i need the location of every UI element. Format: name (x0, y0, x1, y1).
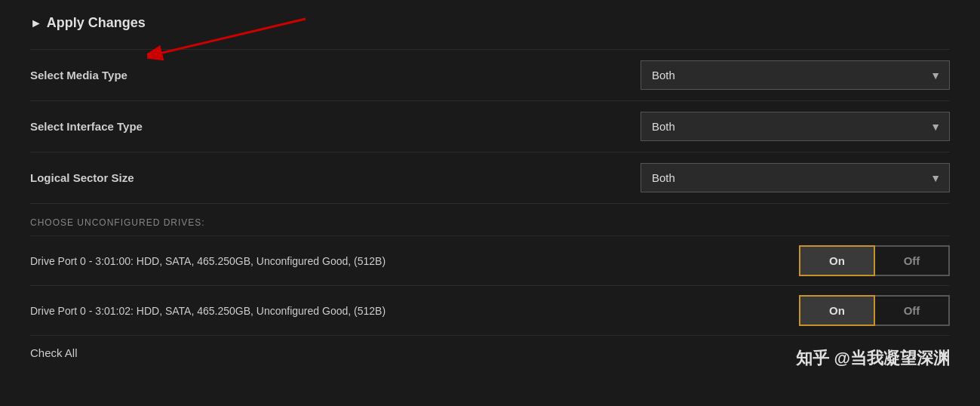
interface-type-label: Select Interface Type (30, 120, 143, 133)
apply-changes-button[interactable]: ► Apply Changes (30, 15, 146, 31)
apply-changes-row: ► Apply Changes (30, 15, 950, 31)
chevron-right-icon: ► (30, 17, 42, 30)
drive-1-toggle-group: On Off (799, 245, 950, 276)
apply-changes-label: Apply Changes (47, 15, 146, 31)
media-type-select[interactable]: Both HDD SSD (641, 60, 950, 90)
svg-line-1 (162, 19, 306, 53)
unconfigured-drives-header: CHOOSE UNCONFIGURED DRIVES: (30, 203, 950, 235)
drive-1-label: Drive Port 0 - 3:01:00: HDD, SATA, 465.2… (30, 255, 386, 267)
drive-1-off-button[interactable]: Off (875, 245, 950, 276)
drive-row-1: Drive Port 0 - 3:01:00: HDD, SATA, 465.2… (30, 235, 950, 285)
drive-2-toggle-group: On Off (799, 295, 950, 326)
drive-row-2: Drive Port 0 - 3:01:02: HDD, SATA, 465.2… (30, 285, 950, 335)
drive-1-on-button[interactable]: On (799, 245, 875, 276)
check-all-label[interactable]: Check All (30, 346, 78, 359)
interface-type-row: Select Interface Type Both SATA SAS ▼ (30, 100, 950, 152)
watermark: 知乎 @当我凝望深渊 (796, 347, 950, 370)
logical-sector-select[interactable]: Both 512B 4K (641, 163, 950, 192)
interface-type-select-wrapper: Both SATA SAS ▼ (641, 112, 950, 141)
media-type-label: Select Media Type (30, 69, 127, 82)
interface-type-select[interactable]: Both SATA SAS (641, 112, 950, 141)
media-type-select-wrapper: Both HDD SSD ▼ (641, 60, 950, 90)
logical-sector-row: Logical Sector Size Both 512B 4K ▼ (30, 152, 950, 203)
drive-2-on-button[interactable]: On (799, 295, 875, 326)
drive-2-label: Drive Port 0 - 3:01:02: HDD, SATA, 465.2… (30, 305, 386, 317)
logical-sector-select-wrapper: Both 512B 4K ▼ (641, 163, 950, 192)
media-type-row: Select Media Type Both HDD SSD ▼ (30, 49, 950, 100)
logical-sector-label: Logical Sector Size (30, 171, 134, 184)
drive-2-off-button[interactable]: Off (875, 295, 950, 326)
main-container: ► Apply Changes Select Media Type Both H… (0, 0, 980, 385)
